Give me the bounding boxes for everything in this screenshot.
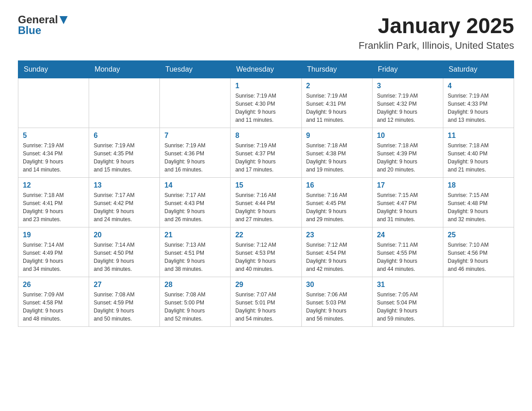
calendar-cell: 28Sunrise: 7:08 AM Sunset: 5:00 PM Dayli… xyxy=(160,277,231,327)
day-info: Sunrise: 7:19 AM Sunset: 4:30 PM Dayligh… xyxy=(235,92,296,124)
day-info: Sunrise: 7:19 AM Sunset: 4:35 PM Dayligh… xyxy=(94,141,155,174)
weekday-header-tuesday: Tuesday xyxy=(160,61,231,78)
calendar-cell: 13Sunrise: 7:17 AM Sunset: 4:42 PM Dayli… xyxy=(89,178,160,227)
calendar-cell: 1Sunrise: 7:19 AM Sunset: 4:30 PM Daylig… xyxy=(231,78,301,128)
calendar-cell: 9Sunrise: 7:18 AM Sunset: 4:38 PM Daylig… xyxy=(301,128,372,178)
calendar-cell: 12Sunrise: 7:18 AM Sunset: 4:41 PM Dayli… xyxy=(18,178,89,227)
calendar-cell: 26Sunrise: 7:09 AM Sunset: 4:58 PM Dayli… xyxy=(18,277,89,327)
day-info: Sunrise: 7:17 AM Sunset: 4:43 PM Dayligh… xyxy=(164,191,226,223)
day-info: Sunrise: 7:15 AM Sunset: 4:47 PM Dayligh… xyxy=(377,191,438,223)
day-number: 16 xyxy=(306,181,368,189)
calendar-cell: 8Sunrise: 7:19 AM Sunset: 4:37 PM Daylig… xyxy=(231,128,301,178)
day-info: Sunrise: 7:18 AM Sunset: 4:38 PM Dayligh… xyxy=(306,141,368,174)
calendar-cell: 10Sunrise: 7:18 AM Sunset: 4:39 PM Dayli… xyxy=(372,128,443,178)
calendar-header-row: SundayMondayTuesdayWednesdayThursdayFrid… xyxy=(18,61,514,78)
day-number: 10 xyxy=(377,132,438,140)
day-number: 14 xyxy=(164,181,226,189)
calendar-cell: 25Sunrise: 7:10 AM Sunset: 4:56 PM Dayli… xyxy=(443,227,514,277)
day-info: Sunrise: 7:18 AM Sunset: 4:39 PM Dayligh… xyxy=(377,141,438,174)
day-info: Sunrise: 7:10 AM Sunset: 4:56 PM Dayligh… xyxy=(448,241,509,273)
calendar-cell: 18Sunrise: 7:15 AM Sunset: 4:48 PM Dayli… xyxy=(443,178,514,227)
day-info: Sunrise: 7:18 AM Sunset: 4:40 PM Dayligh… xyxy=(448,141,509,174)
calendar-cell: 11Sunrise: 7:18 AM Sunset: 4:40 PM Dayli… xyxy=(443,128,514,178)
calendar-cell: 14Sunrise: 7:17 AM Sunset: 4:43 PM Dayli… xyxy=(160,178,231,227)
day-info: Sunrise: 7:18 AM Sunset: 4:41 PM Dayligh… xyxy=(23,191,84,223)
day-info: Sunrise: 7:05 AM Sunset: 5:04 PM Dayligh… xyxy=(377,291,438,323)
day-info: Sunrise: 7:19 AM Sunset: 4:31 PM Dayligh… xyxy=(306,92,368,124)
calendar-cell xyxy=(18,78,89,128)
calendar-cell: 3Sunrise: 7:19 AM Sunset: 4:32 PM Daylig… xyxy=(372,78,443,128)
calendar-week-row: 19Sunrise: 7:14 AM Sunset: 4:49 PM Dayli… xyxy=(18,227,514,277)
title-block: January 2025 Franklin Park, Illinois, Un… xyxy=(359,13,514,51)
weekday-header-friday: Friday xyxy=(372,61,443,78)
weekday-header-wednesday: Wednesday xyxy=(231,61,301,78)
day-info: Sunrise: 7:19 AM Sunset: 4:34 PM Dayligh… xyxy=(23,141,84,174)
calendar-cell: 6Sunrise: 7:19 AM Sunset: 4:35 PM Daylig… xyxy=(89,128,160,178)
day-number: 18 xyxy=(448,181,509,189)
calendar-cell: 21Sunrise: 7:13 AM Sunset: 4:51 PM Dayli… xyxy=(160,227,231,277)
calendar-cell xyxy=(89,78,160,128)
day-number: 13 xyxy=(94,181,155,189)
day-info: Sunrise: 7:17 AM Sunset: 4:42 PM Dayligh… xyxy=(94,191,155,223)
calendar-cell: 17Sunrise: 7:15 AM Sunset: 4:47 PM Dayli… xyxy=(372,178,443,227)
day-info: Sunrise: 7:16 AM Sunset: 4:45 PM Dayligh… xyxy=(306,191,368,223)
day-number: 12 xyxy=(23,181,84,189)
calendar-week-row: 12Sunrise: 7:18 AM Sunset: 4:41 PM Dayli… xyxy=(18,178,514,227)
weekday-header-saturday: Saturday xyxy=(443,61,514,78)
day-number: 29 xyxy=(235,281,296,289)
calendar-week-row: 5Sunrise: 7:19 AM Sunset: 4:34 PM Daylig… xyxy=(18,128,514,178)
day-number: 24 xyxy=(377,231,438,239)
day-info: Sunrise: 7:19 AM Sunset: 4:33 PM Dayligh… xyxy=(448,92,509,124)
day-number: 21 xyxy=(164,231,226,239)
day-number: 11 xyxy=(448,132,509,140)
day-number: 28 xyxy=(164,281,226,289)
calendar-cell: 31Sunrise: 7:05 AM Sunset: 5:04 PM Dayli… xyxy=(372,277,443,327)
day-info: Sunrise: 7:12 AM Sunset: 4:54 PM Dayligh… xyxy=(306,241,368,273)
calendar-cell xyxy=(160,78,231,128)
day-info: Sunrise: 7:19 AM Sunset: 4:37 PM Dayligh… xyxy=(235,141,296,174)
day-info: Sunrise: 7:14 AM Sunset: 4:50 PM Dayligh… xyxy=(94,241,155,273)
day-number: 1 xyxy=(235,82,296,90)
calendar-cell: 30Sunrise: 7:06 AM Sunset: 5:03 PM Dayli… xyxy=(301,277,372,327)
day-number: 20 xyxy=(94,231,155,239)
day-number: 7 xyxy=(164,132,226,140)
calendar-cell: 20Sunrise: 7:14 AM Sunset: 4:50 PM Dayli… xyxy=(89,227,160,277)
page-subtitle: Franklin Park, Illinois, United States xyxy=(359,40,514,51)
day-number: 19 xyxy=(23,231,84,239)
day-info: Sunrise: 7:19 AM Sunset: 4:32 PM Dayligh… xyxy=(377,92,438,124)
day-number: 5 xyxy=(23,132,84,140)
weekday-header-sunday: Sunday xyxy=(18,61,89,78)
day-info: Sunrise: 7:07 AM Sunset: 5:01 PM Dayligh… xyxy=(235,291,296,323)
day-info: Sunrise: 7:15 AM Sunset: 4:48 PM Dayligh… xyxy=(448,191,509,223)
weekday-header-thursday: Thursday xyxy=(301,61,372,78)
logo: General Blue xyxy=(18,13,69,37)
calendar-cell: 24Sunrise: 7:11 AM Sunset: 4:55 PM Dayli… xyxy=(372,227,443,277)
day-number: 8 xyxy=(235,132,296,140)
day-info: Sunrise: 7:19 AM Sunset: 4:36 PM Dayligh… xyxy=(164,141,226,174)
calendar-cell: 19Sunrise: 7:14 AM Sunset: 4:49 PM Dayli… xyxy=(18,227,89,277)
day-number: 3 xyxy=(377,82,438,90)
calendar-cell: 2Sunrise: 7:19 AM Sunset: 4:31 PM Daylig… xyxy=(301,78,372,128)
calendar-cell: 23Sunrise: 7:12 AM Sunset: 4:54 PM Dayli… xyxy=(301,227,372,277)
day-number: 30 xyxy=(306,281,368,289)
day-number: 6 xyxy=(94,132,155,140)
day-info: Sunrise: 7:08 AM Sunset: 4:59 PM Dayligh… xyxy=(94,291,155,323)
day-number: 22 xyxy=(235,231,296,239)
day-number: 25 xyxy=(448,231,509,239)
calendar-cell: 16Sunrise: 7:16 AM Sunset: 4:45 PM Dayli… xyxy=(301,178,372,227)
calendar-cell: 15Sunrise: 7:16 AM Sunset: 4:44 PM Dayli… xyxy=(231,178,301,227)
day-info: Sunrise: 7:06 AM Sunset: 5:03 PM Dayligh… xyxy=(306,291,368,323)
day-number: 2 xyxy=(306,82,368,90)
day-number: 27 xyxy=(94,281,155,289)
calendar-week-row: 1Sunrise: 7:19 AM Sunset: 4:30 PM Daylig… xyxy=(18,78,514,128)
svg-marker-0 xyxy=(60,16,68,24)
page-header: General Blue January 2025 Franklin Park,… xyxy=(18,13,514,51)
day-info: Sunrise: 7:11 AM Sunset: 4:55 PM Dayligh… xyxy=(377,241,438,273)
weekday-header-monday: Monday xyxy=(89,61,160,78)
calendar-cell: 22Sunrise: 7:12 AM Sunset: 4:53 PM Dayli… xyxy=(231,227,301,277)
day-info: Sunrise: 7:14 AM Sunset: 4:49 PM Dayligh… xyxy=(23,241,84,273)
day-number: 9 xyxy=(306,132,368,140)
calendar-cell: 27Sunrise: 7:08 AM Sunset: 4:59 PM Dayli… xyxy=(89,277,160,327)
day-number: 23 xyxy=(306,231,368,239)
calendar-cell: 4Sunrise: 7:19 AM Sunset: 4:33 PM Daylig… xyxy=(443,78,514,128)
